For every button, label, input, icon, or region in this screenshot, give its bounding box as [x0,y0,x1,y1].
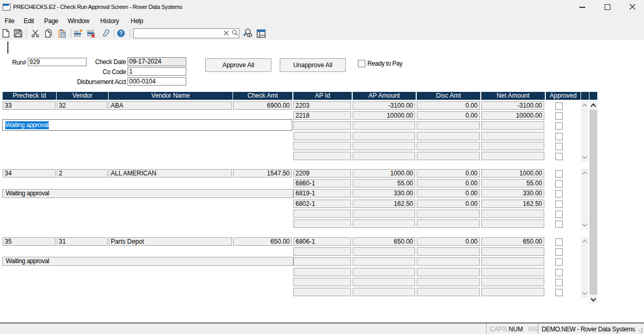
svg-text:?: ? [119,30,122,36]
